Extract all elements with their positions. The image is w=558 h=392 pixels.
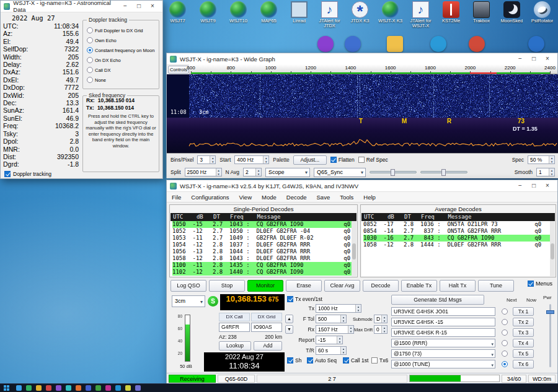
tr-period-spinner[interactable]: 60 s [316,346,347,355]
checkbox-icon[interactable] [358,157,365,163]
taskbar-app-9[interactable] [105,385,111,391]
pwr-slider-handle[interactable] [546,310,554,314]
taskbar-app-10[interactable] [115,385,121,391]
spinner-arrows-icon[interactable] [340,347,346,354]
minimize-icon[interactable]: − [118,1,132,12]
sync-curve-combo[interactable]: Q65_Sync [314,168,366,177]
tx-message-5-field[interactable]: @1750 (73) [391,349,495,358]
checkbox-icon[interactable] [307,357,313,364]
submode-spinner[interactable]: D [374,315,388,323]
desktop-icon-wsjt10[interactable]: WSJT10 [223,1,254,28]
taskbar-app-3[interactable] [46,385,51,391]
menu-decode[interactable]: Decode [281,194,312,201]
scrollbar-thumb[interactable] [352,243,356,259]
f-tol-spinner[interactable]: 500 [316,315,347,323]
add-button[interactable]: Add [254,341,282,351]
adjust-palette-button[interactable]: Adjust... [293,155,327,165]
start-button[interactable] [4,385,9,391]
start-freq-spinner[interactable]: 400 Hz [234,155,269,164]
close-icon[interactable]: × [541,53,554,64]
checkbox-icon[interactable] [287,296,293,302]
desktop-icon-partial-2[interactable] [387,36,403,52]
spinner-arrows-icon[interactable] [337,336,342,344]
decode-row[interactable]: 1102 -12 2.8 1440 : CQ GB2FRA IO90 q0 [172,269,352,276]
lookup-button[interactable]: Lookup [219,341,251,351]
taskbar-app-2[interactable] [36,385,42,391]
taskbar-app-1[interactable] [26,385,32,391]
split-spinner[interactable]: 2500 Hz [185,168,222,176]
wide-graph-titlebar[interactable]: WSJT-X - ig-name=K3 - Wide Graph − □ × [167,53,557,65]
desktop-icon-partial-4[interactable] [469,36,485,52]
spinner-arrows-icon[interactable] [340,315,346,323]
dx-grid-input[interactable]: IO90AS [251,323,282,332]
decode-row[interactable]: 0854 -14 2.7 837 : ON5TA GB2FRA RRR q0 [363,228,550,235]
menus-toggle[interactable]: Menus [528,281,552,287]
rx-to-tx-button[interactable]: ▼ [285,325,293,334]
zero-slider[interactable] [420,171,467,173]
halt-tx-button[interactable]: Halt Tx [440,280,476,292]
tx-message-2-field[interactable]: UR3VKE G4HSK -15 [391,318,495,326]
desktop-icon-jtdx-k3[interactable]: *JTDX K3 [345,1,375,28]
desktop-icon-partial-0[interactable] [317,36,334,52]
desktop-icon-jtalert-for-wsjt-x[interactable]: ♪JTAlert for WSJT-X [405,1,436,28]
generate-std-msgs-button[interactable]: Generate Std Msgs [391,295,484,305]
decode-row[interactable]: 1054 -12 2.8 1037 : DL0EF GB2FRA RRR q0 [172,242,352,248]
doppler-option-2[interactable]: Constant frequency on Moon [87,45,156,55]
tx-message-1-field[interactable]: UR3VKE G4HSK JO01 [391,307,495,316]
checkbox-icon[interactable] [528,281,534,287]
menu-view[interactable]: View [234,194,257,201]
decode-row[interactable]: 1056 -13 2.8 1044 : DL0EF GB2FRA RRR q0 [172,248,352,255]
doppler-option-0[interactable]: Full Doppler to DX Grid [87,25,156,35]
checkbox-icon[interactable] [4,171,11,177]
decode-row[interactable]: 1058 -12 2.8 1043 : DL0EF GB2FRA RRR q0 [172,255,352,262]
flatten-checkbox[interactable]: Flatten [330,157,355,163]
spinner-arrows-icon[interactable] [255,168,261,176]
sh-checkbox[interactable]: Sh [287,357,301,364]
call-1st-checkbox[interactable]: Call 1st [343,357,368,364]
tx-freq-spinner[interactable]: 1000 Hz [316,304,361,313]
band-selector[interactable]: 3cm [172,295,205,307]
tx-6-button[interactable]: Tx 6 [513,360,534,368]
desktop-icon-moonsked[interactable]: MoonSked [497,1,527,28]
checkbox-icon[interactable] [330,157,337,163]
taskbar-app-11[interactable] [125,385,131,391]
taskbar-app-12[interactable] [135,385,141,391]
slider-handle[interactable] [441,169,446,176]
doppler-option-5[interactable]: None [87,75,156,85]
tx-even-checkbox[interactable]: Tx even/1st [287,296,322,302]
slider-handle[interactable] [391,169,395,176]
desktop-icon-trakbox[interactable]: Trakbox [466,1,497,28]
doppler-option-4[interactable]: Call DX [87,65,156,75]
tx-next-radio-6[interactable] [502,361,508,367]
spinner-arrows-icon[interactable] [216,168,221,176]
checkbox-icon[interactable] [371,357,378,364]
max-drift-spinner[interactable]: 0 [374,325,388,334]
tune-button[interactable]: Tune [478,280,514,292]
desktop-icon-partial-5[interactable] [528,36,544,52]
tx-message-4-field[interactable]: @1500 (RRR) [391,339,495,347]
spinner-arrows-icon[interactable] [263,156,268,163]
taskbar-app-8[interactable] [95,385,101,391]
maximize-icon[interactable]: □ [527,53,541,64]
decode-row[interactable]: 0852 -17 2.8 1036 : ON5TA OZ1LPR 73 q0 [363,221,550,228]
decode-row[interactable]: 1058 -12 2.8 1444 : DL0EF GB2FRA RRR q0 [363,242,550,248]
taskbar-app-0[interactable] [16,385,22,391]
tx-next-radio-2[interactable] [502,319,508,325]
tx-5-button[interactable]: Tx 5 [513,349,534,358]
spectrum-display[interactable]: DT = 1.35 TMR73 [167,118,558,153]
waterfall-display[interactable] [167,74,558,118]
desktop-icon-wsjt7[interactable]: WSJT7 [162,1,193,28]
bins-pixel-spinner[interactable]: 3 [197,155,216,164]
decode-row[interactable]: 1030 -16 2.7 843 : CQ GB2FRA IO90 q0 [363,235,550,242]
tx-2-button[interactable]: Tx 2 [513,318,534,326]
tx-to-rx-button[interactable]: ▲ [285,315,293,323]
spinner-arrows-icon[interactable] [549,168,554,176]
enable-tx-button[interactable]: Enable Tx [401,280,437,292]
spinner-arrows-icon[interactable] [210,156,215,163]
smooth-spinner[interactable]: 1 [536,168,555,176]
close-icon[interactable]: × [541,180,554,191]
tx6-checkbox[interactable]: Tx6 [371,357,388,364]
maximize-icon[interactable]: □ [132,1,146,12]
desktop-icon-pstrotator[interactable]: PstRotator [527,1,557,28]
monitor-button[interactable]: Monitor [247,280,283,292]
